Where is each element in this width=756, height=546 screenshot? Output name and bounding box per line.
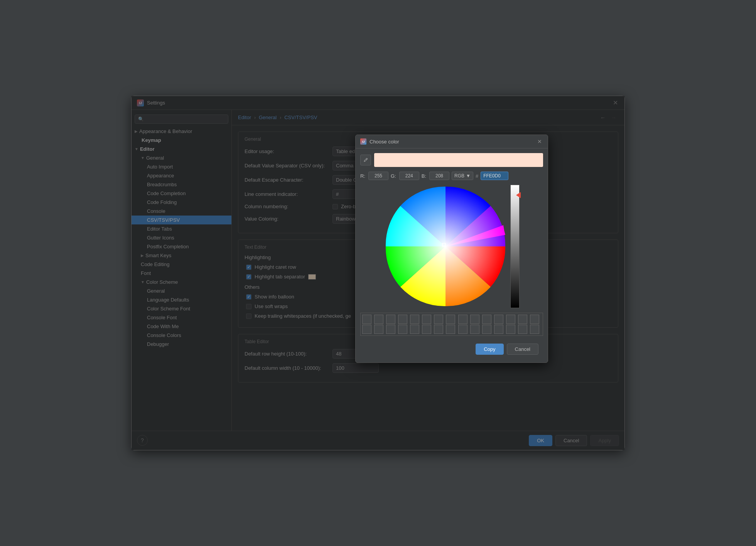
swatch-cell[interactable] [362, 325, 371, 334]
swatch-cell[interactable] [410, 325, 419, 334]
swatch-cell[interactable] [530, 325, 539, 334]
swatch-cell[interactable] [374, 325, 383, 334]
swatch-cell[interactable] [374, 315, 383, 324]
swatch-cell[interactable] [422, 315, 431, 324]
swatch-cell[interactable] [506, 315, 515, 324]
swatch-cell[interactable] [398, 325, 407, 334]
swatch-cell[interactable] [518, 325, 527, 334]
mode-dropdown[interactable]: RGB ▼ [452, 172, 473, 180]
dialog-close-button[interactable]: ✕ [536, 138, 543, 145]
dialog-title-bar: IJ Choose color ✕ [356, 135, 548, 148]
swatch-cell[interactable] [494, 325, 503, 334]
copy-button[interactable]: Copy [476, 344, 503, 355]
swatch-cell[interactable] [446, 315, 455, 324]
swatch-cell[interactable] [482, 325, 491, 334]
brightness-slider-container [510, 185, 520, 308]
swatch-cell[interactable] [458, 315, 467, 324]
dialog-title-left: IJ Choose color [360, 138, 399, 145]
swatch-cell[interactable] [518, 315, 527, 324]
settings-window: IJ Settings ✕ 🔍 ▶ Appearance & Behavior … [131, 96, 625, 450]
swatch-cell[interactable] [530, 315, 539, 324]
color-picker-dialog: IJ Choose color ✕ [355, 135, 548, 363]
swatch-cell[interactable] [470, 315, 479, 324]
dialog-title-text: Choose color [370, 139, 399, 145]
eyedropper-button[interactable] [360, 155, 371, 165]
mode-dropdown-arrow-icon: ▼ [466, 173, 471, 179]
swatch-cell[interactable] [410, 315, 419, 324]
dialog-app-icon: IJ [360, 138, 366, 145]
blue-input[interactable] [429, 172, 449, 180]
swatches-grid [360, 313, 543, 336]
color-wheel[interactable] [384, 185, 507, 308]
dialog-overlay: IJ Choose color ✕ [132, 96, 624, 450]
swatch-cell[interactable] [386, 325, 395, 334]
hex-input[interactable] [481, 172, 508, 180]
color-preview-row [360, 153, 543, 167]
hash-label: # [476, 173, 478, 179]
dialog-body: R: G: B: RGB ▼ # [356, 148, 548, 362]
color-wheel-area [360, 185, 543, 308]
swatch-cell[interactable] [434, 325, 443, 334]
swatch-cell[interactable] [422, 325, 431, 334]
swatch-cell[interactable] [446, 325, 455, 334]
swatch-cell[interactable] [494, 315, 503, 324]
brightness-handle[interactable] [509, 192, 521, 198]
red-input[interactable] [368, 172, 388, 180]
rgb-inputs-row: R: G: B: RGB ▼ # [360, 172, 543, 180]
green-input[interactable] [399, 172, 419, 180]
swatch-cell[interactable] [482, 315, 491, 324]
dialog-footer: Copy Cancel [360, 340, 543, 358]
brightness-slider[interactable] [510, 185, 520, 308]
swatch-cell[interactable] [386, 315, 395, 324]
r-label: R: [360, 173, 365, 179]
swatch-cell[interactable] [506, 325, 515, 334]
swatch-cell[interactable] [458, 325, 467, 334]
b-label: B: [422, 173, 426, 179]
swatch-cell[interactable] [398, 315, 407, 324]
mode-value: RGB [454, 173, 464, 179]
swatch-cell[interactable] [434, 315, 443, 324]
swatch-cell[interactable] [362, 315, 371, 324]
dialog-cancel-button[interactable]: Cancel [507, 344, 538, 355]
color-preview-bar [374, 153, 543, 167]
swatch-cell[interactable] [470, 325, 479, 334]
g-label: G: [391, 173, 396, 179]
